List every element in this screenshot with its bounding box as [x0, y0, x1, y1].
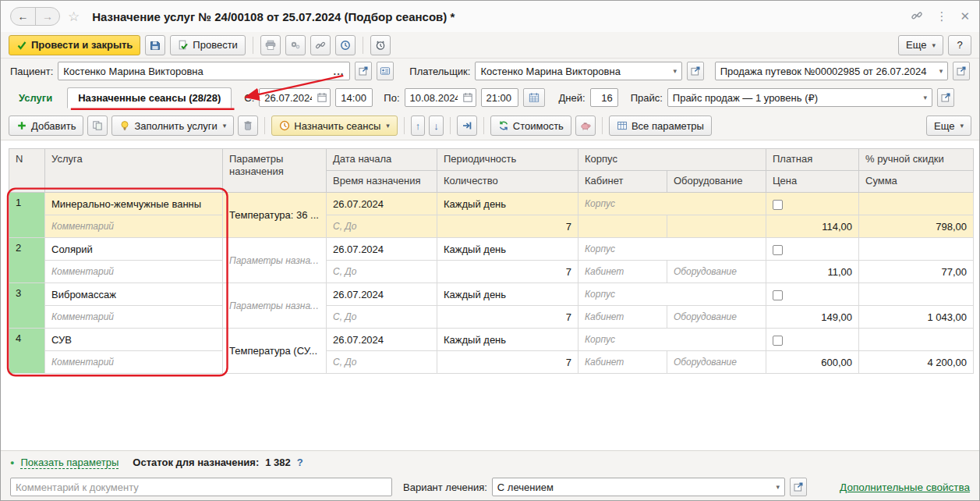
manual-discount-cell[interactable]: [859, 193, 974, 215]
building-cell[interactable]: Корпус: [578, 193, 766, 215]
payer-input[interactable]: [476, 63, 668, 79]
treatment-field[interactable]: ▾: [492, 478, 785, 496]
start-date-cell[interactable]: 26.07.2024: [327, 193, 437, 215]
sale-doc-open-button[interactable]: [953, 62, 970, 80]
time-range-cell[interactable]: С, До: [327, 351, 437, 374]
col-service[interactable]: Услуга: [45, 149, 223, 193]
col-params[interactable]: Параметры назначения: [223, 149, 327, 193]
tab-services[interactable]: Услуги: [9, 87, 62, 108]
quantity-cell[interactable]: 7: [437, 261, 578, 283]
periodicity-cell[interactable]: Каждый день: [437, 329, 578, 351]
treatment-open-button[interactable]: [790, 478, 807, 496]
move-down-button[interactable]: ↓: [429, 115, 444, 136]
service-cell[interactable]: СУВ: [45, 329, 223, 351]
history-button[interactable]: [335, 35, 356, 55]
close-icon[interactable]: ✕: [960, 9, 970, 23]
assign-sessions-button[interactable]: Назначить сеансы ▾: [271, 115, 397, 136]
print-button[interactable]: [260, 35, 281, 55]
days-field[interactable]: [590, 88, 618, 107]
show-parameters-link[interactable]: Показать параметры: [20, 457, 119, 469]
patient-open-button[interactable]: [355, 62, 372, 80]
col-start-date[interactable]: Дата начала: [327, 149, 437, 171]
price-field[interactable]: ▾: [667, 88, 932, 107]
to-date-field[interactable]: [405, 88, 476, 107]
room-cell[interactable]: Кабинет: [578, 306, 667, 329]
price-input[interactable]: [668, 90, 919, 105]
sale-doc-dropdown-icon[interactable]: ▾: [935, 62, 947, 80]
row-number-cell[interactable]: 1: [9, 193, 45, 238]
save-button[interactable]: [145, 35, 165, 55]
row-number-cell[interactable]: 4: [9, 329, 45, 374]
back-button[interactable]: ←: [11, 8, 35, 25]
col-n[interactable]: N: [9, 149, 45, 193]
to-time-input[interactable]: [482, 90, 518, 105]
from-time-field[interactable]: [335, 88, 373, 107]
to-date-input[interactable]: [405, 90, 462, 105]
help-button[interactable]: ?: [948, 35, 971, 55]
params-cell[interactable]: Параметры назначен...: [223, 238, 327, 283]
additional-properties-link[interactable]: Дополнительные свойства: [840, 481, 970, 493]
patient-card-button[interactable]: [377, 62, 394, 80]
calendar-pick-button[interactable]: [523, 88, 545, 107]
post-button[interactable]: Провести: [170, 35, 246, 55]
sale-doc-field[interactable]: ▾: [715, 62, 948, 80]
row-number-cell[interactable]: 2: [9, 238, 45, 283]
col-assign-time[interactable]: Время назначения: [327, 171, 437, 193]
comment-cell[interactable]: Комментарий: [45, 351, 223, 374]
fill-services-button[interactable]: Заполнить услуги ▾: [111, 115, 234, 136]
attach-link-button[interactable]: [310, 35, 331, 55]
get-link-icon[interactable]: [911, 9, 923, 24]
start-date-cell[interactable]: 26.07.2024: [327, 238, 437, 261]
duplicate-row-button[interactable]: [87, 115, 108, 136]
paid-cell[interactable]: [766, 283, 859, 306]
delete-row-button[interactable]: [238, 115, 258, 136]
manual-discount-cell[interactable]: [859, 283, 974, 306]
periodicity-cell[interactable]: Каждый день: [437, 238, 578, 261]
periodicity-cell[interactable]: Каждый день: [437, 193, 578, 215]
calendar-icon[interactable]: [462, 92, 473, 103]
params-cell[interactable]: Параметры назначен...: [223, 283, 327, 329]
comment-cell[interactable]: Комментарий: [45, 306, 223, 329]
price-cell[interactable]: 11,00: [766, 261, 859, 283]
col-periodicity[interactable]: Периодичность: [437, 149, 578, 171]
balance-help-link[interactable]: ?: [297, 457, 303, 468]
quantity-cell[interactable]: 7: [437, 351, 578, 374]
comment-cell[interactable]: Комментарий: [45, 215, 223, 238]
building-cell[interactable]: Корпус: [578, 329, 766, 351]
price-cell[interactable]: 149,00: [766, 306, 859, 329]
paid-checkbox[interactable]: [773, 290, 783, 300]
forward-button[interactable]: →: [35, 8, 59, 25]
service-cell[interactable]: Вибромассаж: [45, 283, 223, 306]
manual-discount-cell[interactable]: [859, 238, 974, 261]
equipment-cell[interactable]: Оборудование: [667, 351, 766, 374]
col-equipment[interactable]: Оборудование: [667, 171, 766, 193]
room-cell[interactable]: Кабинет: [578, 261, 667, 283]
service-cell[interactable]: Солярий: [45, 238, 223, 261]
payer-open-button[interactable]: [687, 62, 704, 80]
treatment-dropdown-icon[interactable]: ▾: [772, 478, 784, 496]
patient-input[interactable]: [58, 63, 327, 79]
price-cell[interactable]: 114,00: [766, 215, 859, 238]
discounts-button[interactable]: [575, 115, 596, 136]
add-row-button[interactable]: Добавить: [9, 115, 83, 136]
patient-ellipsis-button[interactable]: ...: [328, 66, 350, 77]
recalc-cost-button[interactable]: Стоимость: [490, 115, 571, 136]
end-selection-button[interactable]: [457, 115, 477, 136]
payer-field[interactable]: ▾: [475, 62, 681, 80]
time-range-cell[interactable]: С, До: [327, 261, 437, 283]
col-building[interactable]: Корпус: [578, 149, 766, 171]
timer-button[interactable]: [370, 35, 391, 55]
price-dropdown-icon[interactable]: ▾: [919, 89, 932, 106]
sum-cell[interactable]: 4 200,00: [859, 351, 974, 374]
document-comment-field[interactable]: [10, 478, 392, 496]
sum-cell[interactable]: 77,00: [859, 261, 974, 283]
from-date-field[interactable]: [259, 88, 331, 107]
sale-doc-input[interactable]: [716, 63, 935, 79]
col-price[interactable]: Цена: [766, 171, 859, 193]
post-and-close-button[interactable]: Провести и закрыть: [9, 35, 140, 55]
sum-cell[interactable]: 798,00: [859, 215, 974, 238]
time-range-cell[interactable]: С, До: [327, 215, 437, 238]
kebab-menu-icon[interactable]: ⋮: [936, 9, 947, 23]
sum-cell[interactable]: 1 043,00: [859, 306, 974, 329]
service-cell[interactable]: Минерально-жемчужные ванны: [45, 193, 223, 215]
